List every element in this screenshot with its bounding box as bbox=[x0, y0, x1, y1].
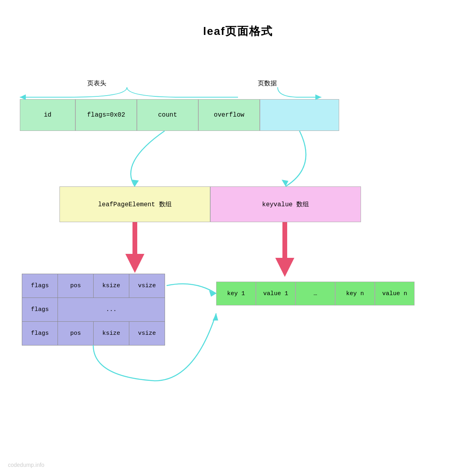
page-title: leaf页面格式 bbox=[0, 0, 476, 39]
label-page-header: 页表头 bbox=[87, 79, 106, 88]
diagram: 页表头 页数据 id flags=0x02 count overflow lea… bbox=[0, 52, 476, 476]
bottom-left-table: flags pos ksize vsize flags ... flags po… bbox=[22, 274, 165, 345]
svg-marker-3 bbox=[282, 180, 288, 186]
middle-row: leafPageElement 数组 keyvalue 数组 bbox=[60, 186, 361, 222]
table-row: flags pos ksize vsize bbox=[22, 274, 165, 298]
cell-pos-3: pos bbox=[58, 322, 94, 345]
cell-vsize-3: vsize bbox=[129, 322, 165, 345]
cell-ellipsis: ... bbox=[58, 298, 165, 322]
cell-pos-1: pos bbox=[58, 274, 94, 298]
svg-marker-9 bbox=[209, 290, 216, 297]
box-data bbox=[260, 99, 339, 131]
svg-marker-2 bbox=[132, 180, 139, 186]
cell-key1: key 1 bbox=[216, 282, 256, 305]
bottom-right-row: key 1 value 1 … key n value n bbox=[216, 282, 415, 305]
cell-ksize-3: ksize bbox=[94, 322, 129, 345]
cell-flags-1: flags bbox=[22, 274, 58, 298]
cell-value1: value 1 bbox=[256, 282, 296, 305]
cell-vsize-1: vsize bbox=[129, 274, 165, 298]
top-row: id flags=0x02 count overflow bbox=[20, 99, 339, 131]
svg-marker-10 bbox=[213, 313, 218, 321]
box-count: count bbox=[137, 99, 198, 131]
box-keyvalue: keyvalue 数组 bbox=[210, 186, 361, 222]
cell-valuen: value n bbox=[375, 282, 415, 305]
table-row: flags ... bbox=[22, 298, 165, 322]
table-row: flags pos ksize vsize bbox=[22, 322, 165, 345]
cell-flags-2: flags bbox=[22, 298, 58, 322]
box-overflow: overflow bbox=[198, 99, 260, 131]
svg-marker-4 bbox=[87, 224, 135, 273]
box-leaf-element: leafPageElement 数组 bbox=[60, 186, 210, 222]
cell-keyn: key n bbox=[335, 282, 375, 305]
cell-ellipsis: … bbox=[296, 282, 335, 305]
label-page-data: 页数据 bbox=[258, 79, 277, 88]
svg-marker-8 bbox=[275, 258, 294, 277]
box-flags: flags=0x02 bbox=[75, 99, 137, 131]
box-id: id bbox=[20, 99, 75, 131]
cell-ksize-1: ksize bbox=[94, 274, 129, 298]
svg-marker-6 bbox=[125, 254, 144, 273]
watermark: codedump.info bbox=[8, 462, 44, 468]
cell-flags-3: flags bbox=[22, 322, 58, 345]
